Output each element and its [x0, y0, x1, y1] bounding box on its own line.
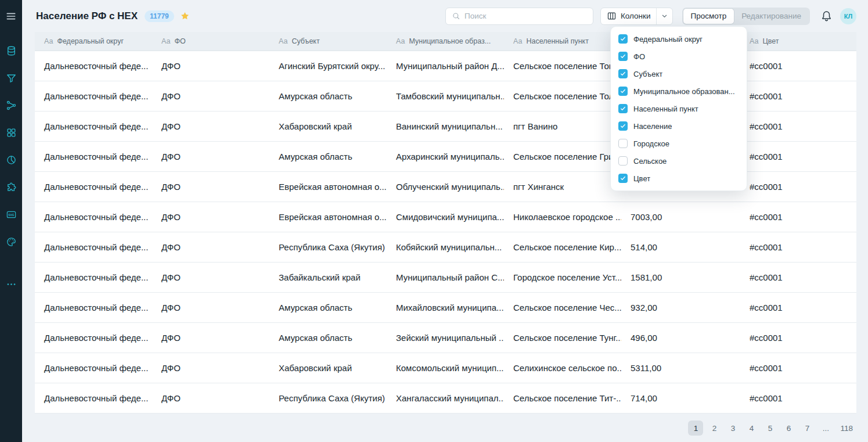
column-header[interactable]: АаМуниципальное образ...	[387, 32, 504, 51]
table-cell: Дальневосточный феде...	[35, 323, 152, 353]
checkbox-checked-icon[interactable]	[618, 174, 628, 183]
table-cell: Дальневосточный феде...	[35, 51, 152, 81]
checkbox-checked-icon[interactable]	[618, 52, 628, 61]
column-header[interactable]: АаЦвет	[740, 32, 856, 51]
table-row[interactable]: Дальневосточный феде...ДФОАмурская облас…	[35, 293, 856, 323]
table-cell: Тамбовский муниципальн...	[387, 81, 504, 111]
column-toggle-label: Городское	[633, 139, 669, 148]
search-input[interactable]	[464, 12, 587, 20]
table-cell: Амурская область	[269, 142, 387, 171]
column-toggle-item[interactable]: Сельское	[611, 152, 747, 170]
table-cell: ДФО	[152, 383, 269, 413]
column-header-label: Муниципальное образ...	[409, 37, 491, 45]
checkbox-checked-icon[interactable]	[618, 34, 628, 44]
more-icon[interactable]	[0, 271, 22, 298]
filter-icon[interactable]	[0, 64, 22, 92]
table-cell: #cc0001	[740, 263, 856, 292]
table-cell: ДФО	[152, 323, 269, 353]
pagination-page[interactable]: 1	[688, 421, 703, 436]
table-cell: ДФО	[152, 51, 269, 81]
table-cell: 1581,00	[621, 263, 740, 292]
table-cell: #cc0001	[740, 142, 856, 171]
palette-icon[interactable]	[0, 228, 22, 256]
column-toggle-label: Муниципальное образован...	[633, 87, 735, 96]
column-header-label: ФО	[174, 37, 185, 45]
table-row[interactable]: Дальневосточный феде...ДФОРеспублика Сах…	[35, 232, 856, 263]
table-cell: Еврейская автономная о...	[269, 202, 387, 232]
checkbox-unchecked-icon[interactable]	[618, 139, 628, 148]
column-toggle-item[interactable]: Население	[611, 117, 747, 135]
layout-icon[interactable]	[0, 119, 22, 146]
pagination-page[interactable]: 2	[707, 421, 722, 436]
table-cell: Дальневосточный феде...	[35, 232, 152, 262]
notifications-bell-icon[interactable]	[820, 10, 833, 22]
column-toggle-item[interactable]: Городское	[611, 135, 747, 152]
search-box[interactable]	[445, 8, 593, 25]
table-cell: #cc0001	[740, 202, 856, 232]
table-cell: Смидовичский муниципа...	[387, 202, 504, 232]
table-cell: пгт Ванино	[504, 112, 621, 141]
checkbox-checked-icon[interactable]	[618, 121, 628, 131]
table-cell: Сельское поселение Кир...	[504, 232, 621, 262]
column-header[interactable]: АаФО	[152, 32, 269, 51]
favorite-star-icon[interactable]	[180, 11, 190, 21]
table-cell: Дальневосточный феде...	[35, 112, 152, 141]
column-header[interactable]: АаНаселенный пункт	[504, 32, 621, 51]
charts-icon[interactable]	[0, 146, 22, 174]
column-header-label: Цвет	[762, 37, 779, 45]
column-header[interactable]: АаСубъект	[269, 32, 387, 51]
table-row[interactable]: Дальневосточный феде...ДФОХабаровский кр…	[35, 353, 856, 383]
table-cell: Сельское поселение Тит-...	[504, 383, 621, 413]
table-cell: Сельское поселение Тунг...	[504, 323, 621, 353]
checkbox-checked-icon[interactable]	[618, 104, 628, 113]
checkbox-unchecked-icon[interactable]	[618, 156, 628, 166]
svg-icon[interactable]: SVG	[0, 201, 22, 228]
table-row[interactable]: Дальневосточный феде...ДФОРеспублика Сах…	[35, 383, 856, 414]
table-cell: Дальневосточный феде...	[35, 383, 152, 413]
pagination-page[interactable]: 4	[744, 421, 759, 436]
pagination-page[interactable]: 6	[781, 421, 796, 436]
text-type-icon: Аа	[279, 37, 287, 45]
chevron-down-icon[interactable]	[657, 12, 672, 20]
edit-mode-button[interactable]: Редактирование	[734, 9, 809, 24]
column-toggle-item[interactable]: Муниципальное образован...	[611, 82, 747, 100]
table-cell: Дальневосточный феде...	[35, 142, 152, 171]
table-cell: Михайловский муниципа...	[387, 293, 504, 322]
view-mode-button[interactable]: Просмотр	[683, 9, 734, 24]
table-cell: Амурская область	[269, 81, 387, 111]
relations-icon[interactable]	[0, 92, 22, 119]
table-cell: #cc0001	[740, 172, 856, 202]
column-toggle-item[interactable]: Цвет	[611, 170, 747, 187]
column-toggle-item[interactable]: Субъект	[611, 65, 747, 82]
pagination-page[interactable]: 7	[799, 421, 815, 436]
checkbox-checked-icon[interactable]	[618, 87, 628, 96]
table-cell: Сельское поселение Тол...	[504, 81, 621, 111]
column-toggle-item[interactable]: Населенный пункт	[611, 100, 747, 117]
pagination-page[interactable]: 3	[725, 421, 740, 436]
column-toggle-label: Сельское	[633, 157, 667, 166]
plugins-icon[interactable]	[0, 174, 22, 201]
table-cell: ДФО	[152, 81, 269, 111]
table-row[interactable]: Дальневосточный феде...ДФОЕврейская авто…	[35, 202, 856, 232]
checkbox-checked-icon[interactable]	[618, 69, 628, 78]
table-cell: #cc0001	[740, 81, 856, 111]
data-icon[interactable]	[0, 37, 22, 64]
table-cell: Сельское поселение Гри...	[504, 142, 621, 171]
table-row[interactable]: Дальневосточный феде...ДФОЗабайкальский …	[35, 263, 856, 293]
table-cell: Облученский муниципаль...	[387, 172, 504, 202]
table-cell: 7003,00	[621, 202, 740, 232]
column-toggle-item[interactable]: Федеральный округ	[611, 30, 747, 48]
menu-icon[interactable]	[0, 5, 22, 28]
table-cell: #cc0001	[740, 112, 856, 141]
column-toggle-item[interactable]: ФО	[611, 48, 747, 65]
table-cell: 5311,00	[621, 353, 740, 383]
user-avatar[interactable]: КЛ	[840, 8, 856, 24]
table-row[interactable]: Дальневосточный феде...ДФОАмурская облас…	[35, 323, 856, 353]
pagination-page[interactable]: 118	[837, 421, 856, 436]
pagination-page[interactable]: 5	[762, 421, 777, 436]
table-cell: Кобяйский муниципальн...	[387, 232, 504, 262]
column-header[interactable]: АаФедеральный округ	[35, 32, 152, 51]
columns-icon	[607, 11, 617, 21]
columns-button[interactable]: Колонки	[600, 8, 673, 25]
table-cell: Зейский муниципальный ...	[387, 323, 504, 353]
